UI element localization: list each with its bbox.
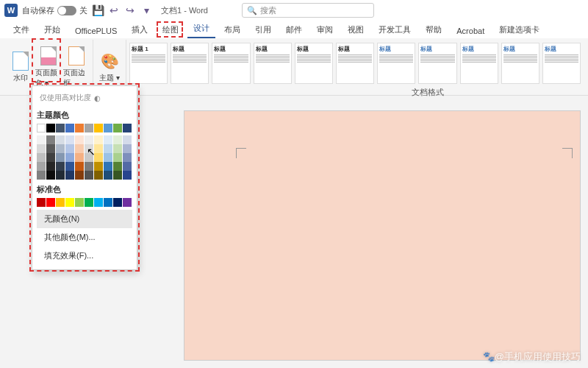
color-swatch[interactable] [65, 171, 74, 180]
color-swatch[interactable] [37, 153, 46, 162]
color-swatch[interactable] [75, 198, 84, 207]
color-swatch[interactable] [37, 171, 46, 180]
color-swatch[interactable] [75, 124, 84, 132]
color-swatch[interactable] [123, 124, 132, 132]
color-swatch[interactable] [37, 135, 46, 144]
fill-effects-option[interactable]: 填充效果(F)... [37, 247, 132, 265]
color-swatch[interactable] [113, 124, 122, 132]
color-swatch[interactable] [65, 135, 74, 144]
color-swatch[interactable] [104, 135, 112, 144]
more-colors-option[interactable]: 其他颜色(M)... [37, 228, 132, 247]
style-set-card[interactable]: 标题 [295, 43, 333, 84]
color-swatch[interactable] [46, 198, 55, 207]
color-swatch[interactable] [123, 198, 132, 207]
color-swatch[interactable] [46, 124, 55, 132]
color-swatch[interactable] [113, 144, 122, 153]
color-swatch[interactable] [113, 171, 122, 180]
color-swatch[interactable] [94, 124, 103, 132]
style-set-card[interactable]: 标题 [254, 43, 292, 84]
style-set-card[interactable]: 标题 [336, 43, 374, 84]
color-swatch[interactable] [56, 124, 65, 132]
color-swatch[interactable] [37, 162, 46, 171]
color-swatch[interactable] [56, 198, 65, 207]
color-swatch[interactable] [94, 135, 103, 144]
color-swatch[interactable] [56, 153, 65, 162]
color-swatch[interactable] [46, 144, 55, 153]
tab-review[interactable]: 审阅 [311, 21, 339, 38]
color-swatch[interactable] [56, 144, 65, 153]
color-swatch[interactable] [75, 144, 84, 153]
color-swatch[interactable] [37, 124, 46, 132]
color-swatch[interactable] [123, 162, 132, 171]
color-swatch[interactable] [75, 162, 84, 171]
style-set-card[interactable]: 标题 [377, 43, 415, 84]
tab-references[interactable]: 引用 [249, 21, 277, 38]
color-swatch[interactable] [37, 198, 46, 207]
watermark-button[interactable]: 水印 [7, 40, 34, 93]
color-swatch[interactable] [104, 153, 112, 162]
document-formatting-gallery[interactable]: 标题 1标题标题标题标题标题标题标题标题标题标题 [126, 40, 584, 93]
style-set-card[interactable]: 标题 [212, 43, 250, 84]
color-swatch[interactable] [56, 135, 65, 144]
color-swatch[interactable] [104, 144, 112, 153]
style-set-card[interactable]: 标题 [501, 43, 539, 84]
tab-draw[interactable]: 绘图 [157, 21, 184, 38]
color-swatch[interactable] [94, 198, 103, 207]
color-swatch[interactable] [113, 135, 122, 144]
tab-insert[interactable]: 插入 [126, 21, 154, 38]
color-swatch[interactable] [65, 124, 74, 132]
search-input[interactable]: 🔍 搜索 [242, 3, 374, 18]
color-swatch[interactable] [56, 171, 65, 180]
color-swatch[interactable] [104, 162, 112, 171]
autosave-toggle[interactable]: 自动保存 关 [22, 5, 87, 16]
color-swatch[interactable] [46, 171, 55, 180]
style-set-card[interactable]: 标题 [418, 43, 456, 84]
style-set-card[interactable]: 标题 1 [129, 43, 168, 84]
color-swatch[interactable] [123, 135, 132, 144]
color-swatch[interactable] [94, 162, 103, 171]
color-swatch[interactable] [85, 124, 93, 132]
redo-icon[interactable]: ↪ [124, 4, 136, 16]
save-icon[interactable]: 💾 [92, 4, 104, 16]
color-swatch[interactable] [104, 198, 112, 207]
toggle-switch-icon[interactable] [57, 6, 76, 15]
tab-help[interactable]: 帮助 [420, 21, 448, 38]
document-page[interactable] [184, 110, 581, 361]
style-set-card[interactable]: 标题 [460, 43, 498, 84]
tab-layout[interactable]: 布局 [218, 21, 246, 38]
color-swatch[interactable] [85, 162, 93, 171]
color-swatch[interactable] [113, 162, 122, 171]
color-swatch[interactable] [75, 153, 84, 162]
color-swatch[interactable] [85, 135, 93, 144]
color-swatch[interactable] [85, 198, 93, 207]
color-swatch[interactable] [65, 153, 74, 162]
color-swatch[interactable] [94, 153, 103, 162]
tab-view[interactable]: 视图 [342, 21, 370, 38]
color-swatch[interactable] [65, 198, 74, 207]
color-swatch[interactable] [123, 153, 132, 162]
color-swatch[interactable] [46, 135, 55, 144]
color-swatch[interactable] [75, 135, 84, 144]
color-swatch[interactable] [104, 124, 112, 132]
undo-icon[interactable]: ↩ [108, 4, 120, 16]
tab-officeplus[interactable]: OfficePLUS [69, 24, 123, 38]
tab-custom[interactable]: 新建选项卡 [493, 21, 545, 38]
qat-dropdown-icon[interactable]: ▾ [140, 4, 152, 16]
no-color-option[interactable]: 无颜色(N) [37, 210, 132, 228]
tab-developer[interactable]: 开发工具 [373, 21, 417, 38]
tab-file[interactable]: 文件 [7, 21, 35, 38]
color-swatch[interactable] [94, 171, 103, 180]
color-swatch[interactable] [94, 144, 103, 153]
color-swatch[interactable] [85, 153, 93, 162]
color-swatch[interactable] [123, 171, 132, 180]
color-swatch[interactable] [113, 153, 122, 162]
color-swatch[interactable] [113, 198, 122, 207]
color-swatch[interactable] [123, 144, 132, 153]
tab-mailings[interactable]: 邮件 [280, 21, 308, 38]
color-swatch[interactable] [56, 162, 65, 171]
color-swatch[interactable] [37, 144, 46, 153]
color-swatch[interactable] [85, 144, 93, 153]
color-swatch[interactable] [65, 162, 74, 171]
style-set-card[interactable]: 标题 [171, 43, 209, 84]
color-swatch[interactable] [85, 171, 93, 180]
